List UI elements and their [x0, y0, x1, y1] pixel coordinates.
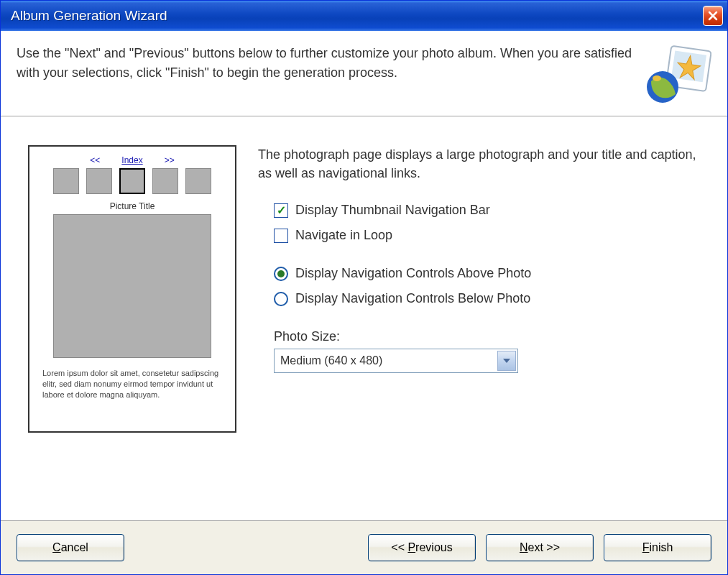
checkbox-navigate-loop[interactable] [274, 229, 288, 243]
preview-thumb [86, 168, 112, 194]
close-button[interactable] [703, 6, 723, 26]
preview-nav-row: << Index >> [90, 155, 174, 165]
radio-nav-below[interactable] [274, 292, 288, 306]
option-thumbnail-nav[interactable]: Display Thumbnail Navigation Bar [274, 203, 700, 218]
photo-size-select[interactable]: Medium (640 x 480) [274, 349, 518, 373]
next-button[interactable]: Next >> [486, 534, 594, 561]
titlebar: Album Generation Wizard [1, 1, 727, 31]
svg-marker-5 [503, 359, 510, 363]
option-nav-below[interactable]: Display Navigation Controls Below Photo [274, 291, 700, 306]
header-instructions: Use the "Next" and "Previous" buttons be… [17, 44, 638, 83]
preview-thumb [53, 168, 79, 194]
window-title: Album Generation Wizard [11, 8, 167, 24]
option-nav-above[interactable]: Display Navigation Controls Above Photo [274, 266, 700, 281]
preview-picture-title: Picture Title [110, 201, 155, 211]
preview-large-image [53, 214, 211, 358]
preview-nav-prev: << [90, 155, 100, 165]
preview-thumbs [53, 168, 211, 194]
option-navigate-loop[interactable]: Navigate in Loop [274, 228, 700, 243]
preview-thumb [185, 168, 211, 194]
checkbox-thumbnail-nav[interactable] [274, 203, 288, 218]
label-thumbnail-nav: Display Thumbnail Navigation Bar [295, 203, 490, 218]
select-arrow[interactable] [497, 351, 516, 371]
preview-nav-next: >> [165, 155, 175, 165]
finish-button[interactable]: Finish [604, 534, 711, 561]
label-navigate-loop: Navigate in Loop [295, 228, 392, 243]
photo-size-label: Photo Size: [274, 329, 700, 344]
header-area: Use the "Next" and "Previous" buttons be… [1, 31, 727, 116]
footer-area: Cancel << Previous Next >> Finish [1, 520, 727, 574]
label-nav-below: Display Navigation Controls Below Photo [295, 291, 530, 306]
wizard-icon [647, 44, 711, 106]
preview-thumb [152, 168, 178, 194]
photo-size-value: Medium (640 x 480) [280, 354, 382, 367]
label-nav-above: Display Navigation Controls Above Photo [295, 266, 531, 281]
options-column: The photograph page displays a large pho… [258, 145, 700, 506]
radio-nav-above[interactable] [274, 267, 288, 281]
page-description: The photograph page displays a large pho… [258, 145, 700, 183]
close-icon [707, 10, 719, 22]
preview-pane: << Index >> Picture Title Lorem ipsum do… [28, 145, 236, 433]
chevron-down-icon [502, 358, 511, 364]
preview-nav-index: Index [121, 155, 142, 165]
body-area: << Index >> Picture Title Lorem ipsum do… [1, 116, 727, 520]
cancel-button[interactable]: Cancel [17, 534, 124, 561]
previous-button[interactable]: << Previous [368, 534, 476, 561]
preview-thumb-selected [119, 168, 145, 194]
wizard-window: Album Generation Wizard Use the "Next" a… [0, 0, 728, 575]
svg-point-4 [653, 75, 661, 81]
preview-caption: Lorem ipsum dolor sit amet, consetetur s… [40, 368, 225, 400]
